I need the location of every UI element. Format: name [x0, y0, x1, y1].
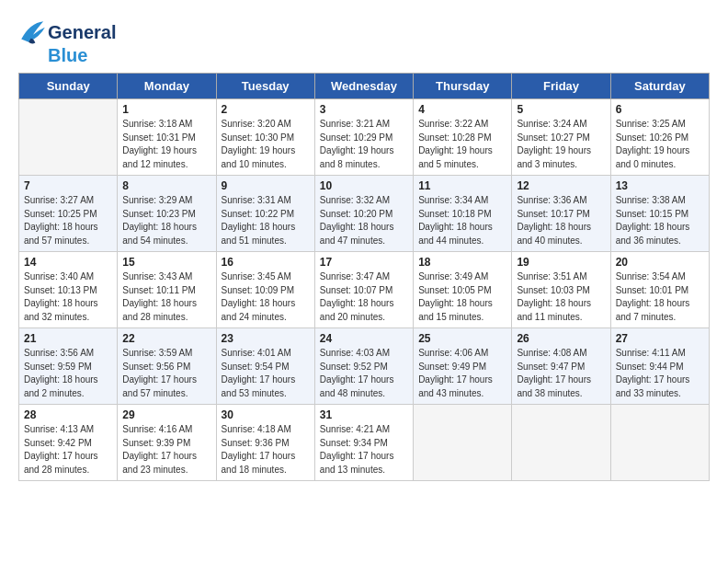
calendar-cell: 25Sunrise: 4:06 AM Sunset: 9:49 PM Dayli… [414, 328, 512, 405]
day-number: 16 [222, 256, 310, 269]
day-info: Sunrise: 3:38 AM Sunset: 10:15 PM Daylig… [616, 194, 704, 247]
day-number: 20 [616, 256, 704, 269]
day-number: 30 [222, 408, 310, 421]
day-number: 9 [222, 179, 310, 192]
calendar-week-4: 21Sunrise: 3:56 AM Sunset: 9:59 PM Dayli… [19, 328, 710, 405]
calendar-header-thursday: Thursday [414, 74, 512, 99]
calendar-cell: 26Sunrise: 4:08 AM Sunset: 9:47 PM Dayli… [512, 328, 610, 405]
day-info: Sunrise: 4:06 AM Sunset: 9:49 PM Dayligh… [418, 347, 506, 400]
day-number: 24 [320, 332, 408, 345]
day-info: Sunrise: 3:59 AM Sunset: 9:56 PM Dayligh… [122, 347, 210, 400]
day-number: 17 [320, 256, 408, 269]
day-number: 25 [418, 332, 506, 345]
day-number: 18 [418, 256, 506, 269]
calendar-header-monday: Monday [118, 74, 216, 99]
day-number: 28 [24, 408, 112, 421]
day-info: Sunrise: 4:08 AM Sunset: 9:47 PM Dayligh… [517, 347, 605, 400]
day-info: Sunrise: 3:47 AM Sunset: 10:07 PM Daylig… [320, 270, 408, 324]
calendar-header-sunday: Sunday [19, 74, 118, 99]
day-info: Sunrise: 3:18 AM Sunset: 10:31 PM Daylig… [122, 118, 210, 171]
calendar-table: SundayMondayTuesdayWednesdayThursdayFrid… [18, 73, 710, 481]
day-info: Sunrise: 3:20 AM Sunset: 10:30 PM Daylig… [222, 118, 310, 171]
day-number: 14 [24, 256, 112, 269]
calendar-cell: 20Sunrise: 3:54 AM Sunset: 10:01 PM Dayl… [610, 252, 709, 328]
calendar-cell: 24Sunrise: 4:03 AM Sunset: 9:52 PM Dayli… [314, 328, 413, 405]
day-number: 6 [616, 103, 704, 116]
day-number: 12 [517, 179, 605, 192]
calendar-cell: 1Sunrise: 3:18 AM Sunset: 10:31 PM Dayli… [118, 99, 216, 176]
day-number: 23 [222, 332, 310, 345]
day-number: 15 [122, 256, 210, 269]
day-number: 4 [418, 103, 506, 116]
calendar-cell: 13Sunrise: 3:38 AM Sunset: 10:15 PM Dayl… [610, 176, 709, 252]
day-info: Sunrise: 3:29 AM Sunset: 10:23 PM Daylig… [122, 194, 210, 247]
day-number: 13 [616, 179, 704, 192]
calendar-cell: 14Sunrise: 3:40 AM Sunset: 10:13 PM Dayl… [19, 252, 118, 328]
logo-blue-text: Blue [48, 45, 87, 65]
day-info: Sunrise: 4:01 AM Sunset: 9:54 PM Dayligh… [222, 347, 310, 400]
day-info: Sunrise: 3:45 AM Sunset: 10:09 PM Daylig… [222, 270, 310, 324]
day-info: Sunrise: 3:22 AM Sunset: 10:28 PM Daylig… [418, 118, 506, 171]
day-info: Sunrise: 3:25 AM Sunset: 10:26 PM Daylig… [616, 118, 704, 171]
calendar-cell: 3Sunrise: 3:21 AM Sunset: 10:29 PM Dayli… [314, 99, 413, 176]
day-info: Sunrise: 3:43 AM Sunset: 10:11 PM Daylig… [122, 270, 210, 324]
calendar-cell: 30Sunrise: 4:18 AM Sunset: 9:36 PM Dayli… [216, 405, 314, 481]
day-number: 22 [122, 332, 210, 345]
calendar-cell: 9Sunrise: 3:31 AM Sunset: 10:22 PM Dayli… [216, 176, 314, 252]
calendar-cell [19, 99, 118, 176]
day-info: Sunrise: 4:16 AM Sunset: 9:39 PM Dayligh… [122, 423, 210, 477]
day-info: Sunrise: 3:32 AM Sunset: 10:20 PM Daylig… [320, 194, 408, 247]
calendar-cell: 17Sunrise: 3:47 AM Sunset: 10:07 PM Dayl… [314, 252, 413, 328]
day-number: 5 [517, 103, 605, 116]
day-info: Sunrise: 3:40 AM Sunset: 10:13 PM Daylig… [24, 270, 112, 324]
day-info: Sunrise: 4:13 AM Sunset: 9:42 PM Dayligh… [24, 423, 112, 477]
calendar-cell: 11Sunrise: 3:34 AM Sunset: 10:18 PM Dayl… [414, 176, 512, 252]
calendar-cell [512, 405, 610, 481]
calendar-cell: 8Sunrise: 3:29 AM Sunset: 10:23 PM Dayli… [118, 176, 216, 252]
calendar-cell: 7Sunrise: 3:27 AM Sunset: 10:25 PM Dayli… [19, 176, 118, 252]
day-number: 7 [24, 179, 112, 192]
header: GeneralBlue [18, 18, 710, 65]
calendar-cell: 10Sunrise: 3:32 AM Sunset: 10:20 PM Dayl… [314, 176, 413, 252]
calendar-cell [414, 405, 512, 481]
calendar-cell: 23Sunrise: 4:01 AM Sunset: 9:54 PM Dayli… [216, 328, 314, 405]
calendar-header-row: SundayMondayTuesdayWednesdayThursdayFrid… [19, 74, 710, 99]
day-number: 29 [122, 408, 210, 421]
day-number: 8 [122, 179, 210, 192]
day-info: Sunrise: 3:21 AM Sunset: 10:29 PM Daylig… [320, 118, 408, 171]
day-info: Sunrise: 3:34 AM Sunset: 10:18 PM Daylig… [418, 194, 506, 247]
day-info: Sunrise: 3:56 AM Sunset: 9:59 PM Dayligh… [24, 347, 112, 400]
calendar-cell: 12Sunrise: 3:36 AM Sunset: 10:17 PM Dayl… [512, 176, 610, 252]
day-number: 11 [418, 179, 506, 192]
logo-general-text: General [48, 22, 116, 42]
day-info: Sunrise: 3:51 AM Sunset: 10:03 PM Daylig… [517, 270, 605, 324]
day-info: Sunrise: 3:54 AM Sunset: 10:01 PM Daylig… [616, 270, 704, 324]
calendar-cell: 5Sunrise: 3:24 AM Sunset: 10:27 PM Dayli… [512, 99, 610, 176]
bird-icon [18, 18, 48, 45]
page: GeneralBlue SundayMondayTuesdayWednesday… [0, 0, 728, 500]
day-info: Sunrise: 4:18 AM Sunset: 9:36 PM Dayligh… [222, 423, 310, 477]
calendar-cell: 19Sunrise: 3:51 AM Sunset: 10:03 PM Dayl… [512, 252, 610, 328]
day-number: 10 [320, 179, 408, 192]
calendar-header-tuesday: Tuesday [216, 74, 314, 99]
calendar-cell: 6Sunrise: 3:25 AM Sunset: 10:26 PM Dayli… [610, 99, 709, 176]
day-number: 19 [517, 256, 605, 269]
calendar-header-wednesday: Wednesday [314, 74, 413, 99]
calendar-week-1: 1Sunrise: 3:18 AM Sunset: 10:31 PM Dayli… [19, 99, 710, 176]
day-number: 27 [616, 332, 704, 345]
day-info: Sunrise: 3:27 AM Sunset: 10:25 PM Daylig… [24, 194, 112, 247]
calendar-week-2: 7Sunrise: 3:27 AM Sunset: 10:25 PM Dayli… [19, 176, 710, 252]
day-info: Sunrise: 3:36 AM Sunset: 10:17 PM Daylig… [517, 194, 605, 247]
day-info: Sunrise: 4:11 AM Sunset: 9:44 PM Dayligh… [616, 347, 704, 400]
calendar-cell: 15Sunrise: 3:43 AM Sunset: 10:11 PM Dayl… [118, 252, 216, 328]
day-info: Sunrise: 4:21 AM Sunset: 9:34 PM Dayligh… [320, 423, 408, 477]
calendar-cell [610, 405, 709, 481]
day-number: 26 [517, 332, 605, 345]
day-number: 1 [122, 103, 210, 116]
day-info: Sunrise: 4:03 AM Sunset: 9:52 PM Dayligh… [320, 347, 408, 400]
day-number: 21 [24, 332, 112, 345]
calendar-cell: 31Sunrise: 4:21 AM Sunset: 9:34 PM Dayli… [314, 405, 413, 481]
day-number: 31 [320, 408, 408, 421]
day-info: Sunrise: 3:49 AM Sunset: 10:05 PM Daylig… [418, 270, 506, 324]
day-number: 2 [222, 103, 310, 116]
